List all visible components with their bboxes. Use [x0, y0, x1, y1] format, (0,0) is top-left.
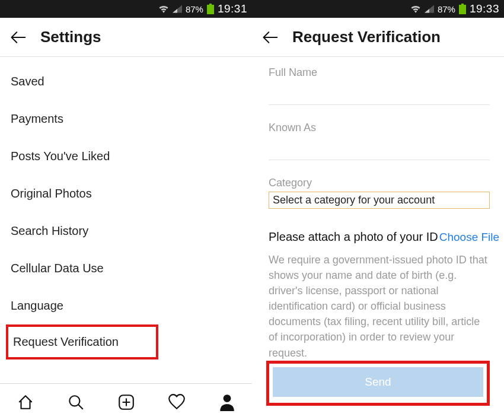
battery-icon: [459, 4, 466, 14]
signal-icon: [173, 5, 182, 13]
label-full-name: Full Name: [269, 66, 490, 79]
status-bar: 87% 19:33: [252, 0, 504, 18]
send-area: Send: [266, 361, 490, 406]
settings-item-saved[interactable]: Saved: [11, 63, 241, 100]
page-title: Settings: [40, 28, 101, 46]
settings-item-search-history[interactable]: Search History: [11, 212, 241, 250]
settings-item-original-photos[interactable]: Original Photos: [11, 175, 241, 212]
clock: 19:31: [218, 2, 247, 15]
svg-rect-0: [209, 4, 212, 5]
attach-id-row: Please attach a photo of your ID Choose …: [269, 230, 490, 244]
clock: 19:33: [470, 2, 499, 15]
highlight-request-verification: Request Verification: [6, 324, 158, 359]
battery-icon: [207, 4, 214, 14]
app-header: Request Verification: [252, 18, 504, 57]
settings-item-payments[interactable]: Payments: [11, 100, 241, 138]
home-icon[interactable]: [15, 392, 36, 412]
battery-percent: 87%: [438, 4, 455, 14]
bottom-nav: [0, 383, 252, 420]
settings-item-request-verification[interactable]: Request Verification: [13, 335, 154, 349]
label-known-as: Known As: [269, 122, 490, 134]
app-header: Settings: [0, 18, 252, 57]
wifi-icon: [158, 5, 169, 13]
id-requirement-helper: We require a government-issued photo ID …: [269, 252, 490, 361]
settings-list: Saved Payments Posts You've Liked Origin…: [0, 57, 252, 383]
send-button[interactable]: Send: [273, 367, 483, 397]
highlight-send: Send: [266, 361, 490, 406]
known-as-field[interactable]: [269, 134, 490, 160]
svg-rect-5: [461, 4, 464, 5]
phone-settings: 87% 19:31 Settings Saved Payments Posts …: [0, 0, 252, 420]
signal-icon: [425, 5, 434, 13]
heart-icon[interactable]: [167, 392, 187, 412]
label-category: Category: [269, 177, 490, 189]
settings-item-language[interactable]: Language: [11, 287, 241, 324]
settings-item-posts-liked[interactable]: Posts You've Liked: [11, 138, 241, 175]
phone-request-verification: 87% 19:33 Request Verification Full Name…: [252, 0, 504, 420]
add-post-icon[interactable]: [116, 392, 136, 412]
choose-file-link[interactable]: Choose File: [439, 231, 499, 244]
search-icon[interactable]: [66, 392, 86, 412]
svg-rect-6: [459, 5, 466, 14]
category-select[interactable]: Select a category for your account: [269, 192, 490, 209]
status-bar: 87% 19:31: [0, 0, 252, 18]
battery-percent: 87%: [186, 4, 203, 14]
profile-icon[interactable]: [217, 392, 237, 412]
full-name-field[interactable]: [269, 79, 490, 105]
back-button[interactable]: [9, 30, 26, 44]
attach-id-prompt: Please attach a photo of your ID: [269, 230, 438, 244]
settings-item-cellular-data[interactable]: Cellular Data Use: [11, 250, 241, 287]
svg-point-4: [223, 394, 231, 402]
svg-rect-1: [207, 5, 214, 14]
wifi-icon: [410, 5, 421, 13]
page-title: Request Verification: [292, 28, 441, 46]
back-button[interactable]: [261, 30, 278, 44]
svg-point-2: [69, 396, 79, 406]
